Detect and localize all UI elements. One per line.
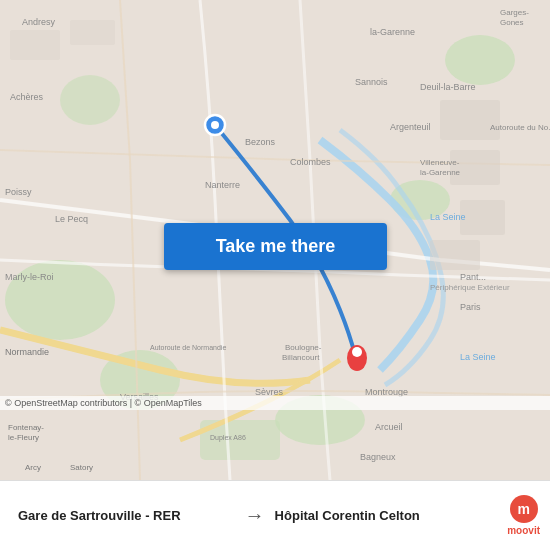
svg-point-7 <box>60 75 120 125</box>
svg-text:La Seine: La Seine <box>460 352 496 362</box>
svg-text:Villeneuve-: Villeneuve- <box>420 158 460 167</box>
map-attribution: © OpenStreetMap contributors | © OpenMap… <box>0 396 550 410</box>
svg-text:Poissy: Poissy <box>5 187 32 197</box>
svg-text:Garges-: Garges- <box>500 8 529 17</box>
svg-text:Bezons: Bezons <box>245 137 276 147</box>
svg-text:Nanterre: Nanterre <box>205 180 240 190</box>
svg-rect-8 <box>440 100 500 140</box>
svg-text:Billancourt: Billancourt <box>282 353 320 362</box>
svg-rect-11 <box>430 240 480 270</box>
svg-text:Arcueil: Arcueil <box>375 422 403 432</box>
route-to: Hôpital Corentin Celton <box>275 508 500 523</box>
svg-text:Colombes: Colombes <box>290 157 331 167</box>
moovit-brand-text: moovit <box>507 525 540 536</box>
svg-rect-13 <box>70 20 115 45</box>
svg-text:le-Fleury: le-Fleury <box>8 433 39 442</box>
svg-text:la-Garenne: la-Garenne <box>370 27 415 37</box>
moovit-logo: m moovit <box>507 495 540 536</box>
svg-text:Arcy: Arcy <box>25 463 41 472</box>
svg-text:Sannois: Sannois <box>355 77 388 87</box>
origin-station: Gare de Sartrouville - RER <box>18 508 235 523</box>
svg-text:Autoroute de Normandie: Autoroute de Normandie <box>150 344 226 351</box>
svg-text:Le Pecq: Le Pecq <box>55 214 88 224</box>
svg-text:Duplex A86: Duplex A86 <box>210 434 246 442</box>
destination-station: Hôpital Corentin Celton <box>275 508 492 523</box>
svg-text:la-Garenne: la-Garenne <box>420 168 461 177</box>
map-container: Andresy Achères Poissy Le Pecq Marly-le-… <box>0 0 550 480</box>
svg-point-55 <box>352 347 362 357</box>
svg-rect-10 <box>460 200 505 235</box>
svg-text:Marly-le-Roi: Marly-le-Roi <box>5 272 54 282</box>
svg-text:Andresy: Andresy <box>22 17 56 27</box>
take-me-there-button[interactable]: Take me there <box>164 223 387 270</box>
svg-text:Argenteuil: Argenteuil <box>390 122 431 132</box>
svg-text:Pant...: Pant... <box>460 272 486 282</box>
bottom-bar: Gare de Sartrouville - RER → Hôpital Cor… <box>0 480 550 550</box>
svg-point-4 <box>445 35 515 85</box>
svg-rect-12 <box>10 30 60 60</box>
svg-text:Bagneux: Bagneux <box>360 452 396 462</box>
route-arrow-icon: → <box>235 504 275 527</box>
svg-text:Gones: Gones <box>500 18 524 27</box>
svg-text:Boulogne-: Boulogne- <box>285 343 322 352</box>
svg-text:Achères: Achères <box>10 92 44 102</box>
svg-text:Deuil-la-Barre: Deuil-la-Barre <box>420 82 476 92</box>
svg-text:Périphérique Extérieur: Périphérique Extérieur <box>430 283 510 292</box>
moovit-icon: m <box>510 495 538 523</box>
route-from: Gare de Sartrouville - RER <box>10 508 235 523</box>
svg-text:Normandie: Normandie <box>5 347 49 357</box>
svg-text:Fontenay-: Fontenay- <box>8 423 44 432</box>
svg-text:La Seine: La Seine <box>430 212 466 222</box>
svg-text:Paris: Paris <box>460 302 481 312</box>
svg-text:Autoroute du No...: Autoroute du No... <box>490 123 550 132</box>
svg-text:Satory: Satory <box>70 463 93 472</box>
svg-point-53 <box>211 121 219 129</box>
